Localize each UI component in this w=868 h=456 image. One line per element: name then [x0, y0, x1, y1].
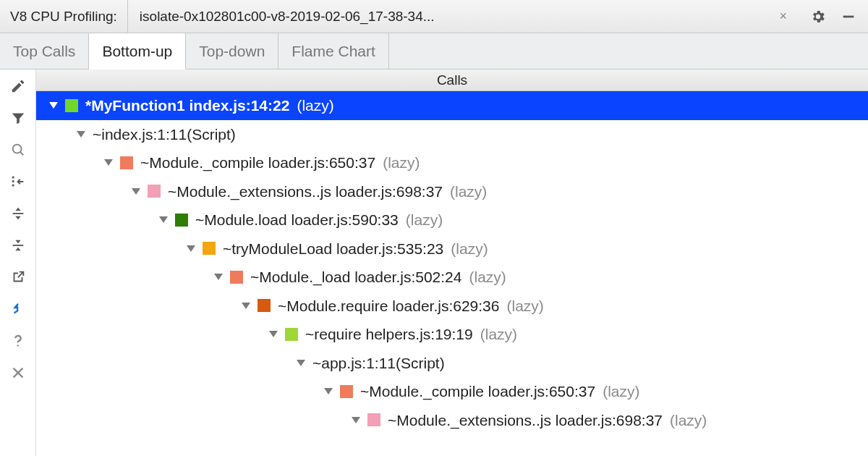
close-icon[interactable]: ×: [779, 9, 787, 24]
lazy-badge: (lazy): [297, 94, 333, 117]
call-label: ~require helpers.js:19:19: [305, 323, 473, 346]
help-icon[interactable]: [9, 332, 27, 350]
color-swatch: [230, 271, 243, 284]
color-swatch: [175, 214, 188, 227]
side-toolbar: [0, 69, 36, 456]
call-label: ~Module.load loader.js:590:33: [195, 208, 399, 232]
lazy-badge: (lazy): [451, 237, 488, 261]
export-icon[interactable]: [9, 268, 27, 287]
tree-row[interactable]: ~app.js:1:11(Script): [36, 349, 868, 378]
lazy-badge: (lazy): [670, 409, 707, 432]
call-label: ~Module.require loader.js:629:36: [278, 295, 499, 318]
lazy-badge: (lazy): [383, 151, 420, 174]
tab-bottom-up[interactable]: Bottom-up: [89, 33, 186, 69]
chevron-down-icon[interactable]: [269, 331, 278, 337]
chevron-down-icon[interactable]: [324, 388, 333, 394]
chevron-down-icon[interactable]: [159, 216, 168, 223]
svg-line-2: [20, 152, 23, 156]
file-name: isolate-0x102801c00-v8-2019-02-06_17-38-…: [140, 9, 773, 25]
column-header-calls[interactable]: Calls: [36, 69, 868, 91]
svg-point-6: [17, 345, 18, 346]
svg-rect-4: [12, 180, 14, 182]
tree-row[interactable]: ~require helpers.js:19:19 (lazy): [36, 320, 868, 349]
lazy-badge: (lazy): [406, 208, 443, 232]
call-label: ~Module._compile loader.js:650:37: [360, 380, 595, 403]
chevron-down-icon[interactable]: [214, 274, 223, 280]
chevron-down-icon[interactable]: [242, 303, 250, 309]
tree-row[interactable]: *MyFunction1 index.js:14:22 (lazy): [36, 91, 868, 120]
gear-icon[interactable]: [810, 9, 826, 25]
chevron-down-icon[interactable]: [187, 245, 195, 252]
tree-row[interactable]: ~index.js:1:11(Script): [36, 120, 868, 149]
title-bar: V8 CPU Profiling: isolate-0x102801c00-v8…: [0, 0, 868, 33]
panel-title: V8 CPU Profiling:: [0, 0, 128, 33]
call-label: *MyFunction1 index.js:14:22: [85, 94, 289, 117]
file-tab[interactable]: isolate-0x102801c00-v8-2019-02-06_17-38-…: [128, 0, 799, 33]
call-label: ~index.js:1:11(Script): [93, 123, 236, 146]
tree-row[interactable]: ~Module.load loader.js:590:33 (lazy): [36, 206, 868, 235]
title-actions: [799, 0, 868, 33]
chevron-down-icon[interactable]: [352, 417, 360, 423]
collapse-all-icon[interactable]: [9, 236, 27, 255]
call-label: ~tryModuleLoad loader.js:535:23: [223, 237, 443, 261]
tree-row[interactable]: ~tryModuleLoad loader.js:535:23 (lazy): [36, 235, 868, 263]
call-label: ~app.js:1:11(Script): [312, 352, 445, 375]
collapse-in-icon[interactable]: [9, 172, 27, 191]
tab-top-calls[interactable]: Top Calls: [0, 33, 89, 69]
tree-row[interactable]: ~Module._compile loader.js:650:37 (lazy): [36, 148, 868, 177]
call-label: ~Module._load loader.js:502:24: [250, 266, 461, 289]
content-area: Calls *MyFunction1 index.js:14:22 (lazy)…: [36, 69, 868, 456]
lazy-badge: (lazy): [603, 380, 639, 403]
view-tabs: Top CallsBottom-upTop-downFlame Chart: [0, 33, 868, 69]
chevron-down-icon[interactable]: [49, 102, 58, 109]
svg-rect-5: [12, 185, 14, 187]
lazy-badge: (lazy): [506, 295, 543, 318]
color-swatch: [367, 413, 380, 426]
lazy-badge: (lazy): [450, 180, 487, 203]
edit-icon[interactable]: [9, 77, 27, 96]
color-swatch: [65, 99, 78, 112]
lazy-badge: (lazy): [480, 323, 517, 346]
chevron-down-icon[interactable]: [104, 159, 113, 166]
color-swatch: [120, 156, 133, 169]
tree-row[interactable]: ~Module.require loader.js:629:36 (lazy): [36, 292, 868, 321]
call-label: ~Module._extensions..js loader.js:698:37: [388, 409, 663, 432]
color-swatch: [285, 328, 298, 341]
tab-top-down[interactable]: Top-down: [186, 33, 278, 69]
color-swatch: [148, 185, 161, 198]
filter-icon[interactable]: [9, 109, 27, 127]
tree-row[interactable]: ~Module._extensions..js loader.js:698:37…: [36, 406, 868, 435]
chevron-down-icon[interactable]: [297, 360, 305, 366]
chevron-down-icon[interactable]: [77, 131, 85, 138]
call-label: ~Module._compile loader.js:650:37: [140, 151, 375, 174]
scroll-to-icon[interactable]: [9, 300, 27, 318]
color-swatch: [203, 242, 216, 255]
chevron-down-icon[interactable]: [132, 188, 140, 195]
call-label: ~Module._extensions..js loader.js:698:37: [168, 180, 443, 203]
lazy-badge: (lazy): [469, 266, 506, 289]
call-tree[interactable]: *MyFunction1 index.js:14:22 (lazy)~index…: [36, 91, 868, 456]
tree-row[interactable]: ~Module._compile loader.js:650:37 (lazy): [36, 377, 868, 406]
search-icon[interactable]: [9, 140, 27, 159]
close-panel-icon[interactable]: [9, 363, 27, 382]
tab-flame-chart[interactable]: Flame Chart: [278, 33, 389, 69]
expand-all-icon[interactable]: [9, 204, 27, 223]
tree-row[interactable]: ~Module._load loader.js:502:24 (lazy): [36, 263, 868, 292]
color-swatch: [340, 385, 353, 398]
svg-rect-3: [12, 177, 14, 179]
minimize-icon[interactable]: [841, 9, 856, 25]
tree-row[interactable]: ~Module._extensions..js loader.js:698:37…: [36, 177, 868, 206]
color-swatch: [258, 299, 271, 312]
